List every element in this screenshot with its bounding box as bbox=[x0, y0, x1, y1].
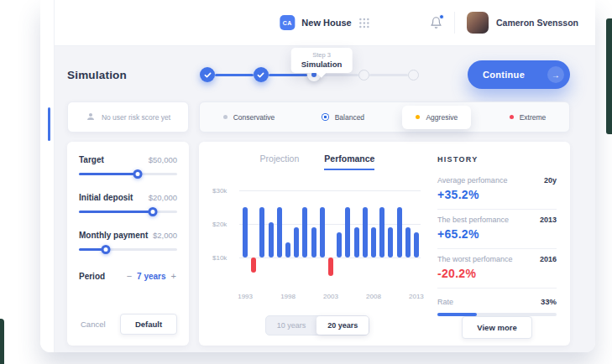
period-decrease-button[interactable]: − bbox=[126, 271, 133, 281]
risk-dot bbox=[510, 115, 514, 119]
stepper-step-1[interactable] bbox=[200, 67, 215, 82]
tab-perfomance[interactable]: Perfomance bbox=[324, 153, 374, 170]
slider-label: Initial deposit bbox=[79, 193, 133, 202]
chart-bar bbox=[320, 207, 325, 257]
slider-head: Monthly payment$2,000 bbox=[79, 231, 177, 240]
history-item-value: -20.2% bbox=[437, 267, 557, 280]
step-tooltip: Step 3 Simulation bbox=[291, 48, 353, 73]
rate-progress-fill bbox=[437, 313, 477, 316]
risk-option-label: Extreme bbox=[520, 113, 547, 122]
y-axis-label: $20k bbox=[212, 221, 227, 228]
slider-value: $2,000 bbox=[153, 231, 177, 240]
risk-option-balanced[interactable]: Balanced bbox=[313, 108, 373, 127]
chart-bar bbox=[371, 227, 376, 257]
risk-dot bbox=[322, 113, 329, 121]
workspace-selector[interactable]: CA New House bbox=[280, 15, 369, 30]
slider-track[interactable] bbox=[79, 173, 177, 175]
page-title: Simulation bbox=[67, 69, 200, 81]
chart-bar bbox=[388, 227, 393, 257]
stepper-step-2[interactable] bbox=[254, 67, 269, 82]
continue-button[interactable]: Continue → bbox=[468, 60, 570, 89]
risk-option-label: Balanced bbox=[335, 113, 364, 122]
y-axis-label: $30k bbox=[212, 187, 227, 195]
history-item-tag: 2016 bbox=[540, 255, 557, 263]
x-axis-label: 2013 bbox=[409, 293, 424, 300]
slider-thumb[interactable] bbox=[133, 169, 143, 179]
x-axis-label: 2003 bbox=[323, 293, 338, 300]
chart-bar bbox=[328, 257, 333, 276]
active-section-indicator bbox=[48, 107, 50, 141]
y-axis-label: $10k bbox=[212, 254, 227, 262]
workspace-badge: CA bbox=[280, 15, 295, 30]
risk-dot bbox=[223, 115, 228, 119]
avatar[interactable] bbox=[467, 12, 489, 34]
history-item: Average perfomance20y+35.2% bbox=[437, 170, 557, 210]
stepper-connector bbox=[215, 74, 254, 76]
notification-bell-icon[interactable] bbox=[430, 16, 442, 29]
stepper-connector bbox=[369, 74, 408, 76]
chart-bar bbox=[345, 207, 350, 257]
slider-label: Monthly payment bbox=[79, 231, 148, 240]
user-name: Cameron Svensson bbox=[496, 18, 578, 28]
rate-row: Rate 33% bbox=[437, 289, 557, 316]
person-icon bbox=[86, 112, 96, 123]
bar-chart: $30k$20k$10k19931998200320082013 bbox=[212, 184, 422, 307]
chart-bar bbox=[251, 257, 256, 273]
period-increase-button[interactable]: + bbox=[170, 271, 177, 281]
chart-bar bbox=[397, 207, 402, 257]
slider-initial-deposit: Initial deposit$20,000 bbox=[79, 193, 177, 213]
history-item: The worst perfomance2016-20.2% bbox=[437, 249, 557, 289]
slider-monthly-payment: Monthly payment$2,000 bbox=[79, 231, 177, 251]
risk-empty-label: No user risk score yet bbox=[102, 113, 170, 122]
slider-track[interactable] bbox=[79, 248, 177, 251]
chart-bar bbox=[311, 227, 316, 257]
risk-option-label: Aggresive bbox=[426, 113, 458, 122]
risk-row: No user risk score yet ConservativeBalan… bbox=[67, 101, 570, 133]
app-header: CA New House bbox=[55, 0, 595, 46]
main-row: Target$50,000Initial deposit$20,000Month… bbox=[67, 142, 570, 346]
chart-bars bbox=[241, 184, 421, 284]
history-item-tag: 20y bbox=[544, 176, 557, 185]
slider-thumb[interactable] bbox=[101, 245, 110, 254]
arrow-right-icon: → bbox=[547, 66, 564, 83]
view-more-button[interactable]: View more bbox=[462, 316, 531, 339]
range-toggle-20-years[interactable]: 20 years bbox=[316, 316, 369, 335]
slider-value: $20,000 bbox=[149, 193, 177, 202]
chart-bar bbox=[285, 242, 290, 257]
risk-option-aggresive[interactable]: Aggresive bbox=[402, 106, 471, 129]
chart-bar bbox=[269, 222, 274, 257]
risk-option-extreme[interactable]: Extreme bbox=[501, 108, 555, 127]
slider-label: Target bbox=[79, 155, 104, 164]
tab-projection[interactable]: Projection bbox=[260, 153, 300, 170]
chart-bar bbox=[302, 207, 307, 257]
history-item-label: The worst perfomance bbox=[437, 255, 513, 263]
chart-bar bbox=[259, 207, 264, 257]
risk-options-card: ConservativeBalancedAggresiveExtreme bbox=[199, 101, 570, 133]
slider-track[interactable] bbox=[79, 211, 177, 213]
chart-bar bbox=[405, 227, 411, 257]
risk-score-empty-card: No user risk score yet bbox=[67, 101, 189, 133]
history-item-head: The best perfomance2013 bbox=[437, 216, 557, 224]
apps-grid-icon[interactable] bbox=[359, 18, 370, 29]
chart-bar bbox=[414, 232, 419, 257]
slider-thumb[interactable] bbox=[148, 207, 157, 216]
x-axis-label: 1993 bbox=[238, 293, 253, 300]
workspace-name: New House bbox=[301, 18, 351, 28]
risk-option-conservative[interactable]: Conservative bbox=[215, 108, 284, 127]
period-value: 7 years bbox=[137, 272, 165, 281]
range-toggle-10-years[interactable]: 10 years bbox=[266, 316, 317, 335]
chart-tabs: ProjectionPerfomance bbox=[260, 153, 375, 170]
stepper-step-5[interactable] bbox=[408, 70, 419, 81]
cancel-button[interactable]: Cancel bbox=[79, 320, 106, 329]
rate-progress[interactable] bbox=[437, 313, 557, 316]
history-item-label: Average perfomance bbox=[437, 176, 507, 185]
default-button[interactable]: Default bbox=[120, 314, 177, 335]
history-items: Average perfomance20y+35.2%The best perf… bbox=[437, 170, 557, 289]
history-item-label: The best perfomance bbox=[437, 216, 509, 224]
history-item: The best perfomance2013+65.2% bbox=[437, 210, 557, 249]
stepper-step-4[interactable] bbox=[358, 70, 369, 81]
chart-bar bbox=[243, 207, 248, 257]
rate-label: Rate bbox=[437, 298, 453, 306]
app-window: CA New House bbox=[40, 0, 595, 352]
slider-fill bbox=[79, 173, 138, 175]
